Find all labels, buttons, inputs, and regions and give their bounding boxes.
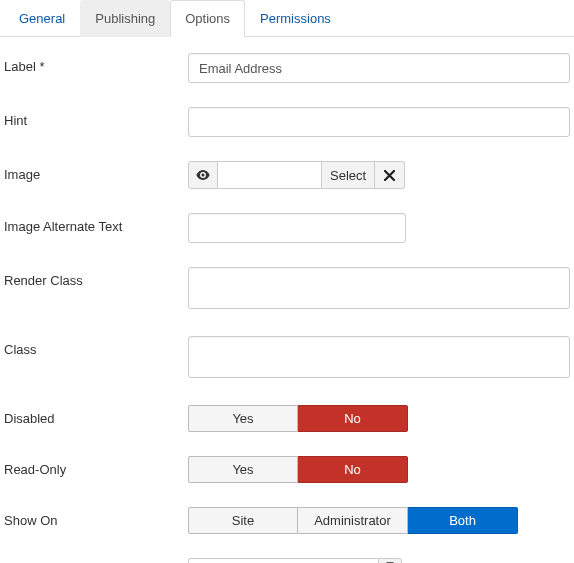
image-select-button[interactable]: Select (322, 161, 375, 189)
label-image: Image (4, 161, 188, 182)
label-render-class: Render Class (4, 267, 188, 288)
auto-display-value: Use Global (188, 558, 378, 563)
image-clear-button[interactable] (375, 161, 405, 189)
image-alt-input[interactable] (188, 213, 406, 243)
label-readonly: Read-Only (4, 456, 188, 477)
image-picker: Select (188, 161, 405, 189)
readonly-toggle: Yes No (188, 456, 408, 483)
label-showon: Show On (4, 507, 188, 528)
close-icon (384, 170, 395, 181)
disabled-yes-button[interactable]: Yes (188, 405, 298, 432)
auto-display-caret[interactable] (378, 558, 402, 563)
eye-icon[interactable] (188, 161, 218, 189)
disabled-toggle: Yes No (188, 405, 408, 432)
auto-display-select[interactable]: Use Global (188, 558, 402, 563)
image-path-display (218, 161, 322, 189)
label-class: Class (4, 336, 188, 357)
hint-input[interactable] (188, 107, 570, 137)
disabled-no-button[interactable]: No (298, 405, 408, 432)
label-auto-display: Automatic Display (4, 558, 188, 563)
tab-general[interactable]: General (4, 0, 80, 37)
label-hint: Hint (4, 107, 188, 128)
showon-site-button[interactable]: Site (188, 507, 298, 534)
tab-publishing[interactable]: Publishing (80, 0, 170, 37)
label-input[interactable] (188, 53, 570, 83)
label-disabled: Disabled (4, 405, 188, 426)
tab-permissions[interactable]: Permissions (245, 0, 346, 37)
showon-toggle: Site Administrator Both (188, 507, 518, 534)
class-input[interactable] (188, 336, 570, 378)
readonly-yes-button[interactable]: Yes (188, 456, 298, 483)
tab-options[interactable]: Options (170, 0, 245, 37)
options-form: Label * Hint Image Select (0, 37, 574, 563)
showon-admin-button[interactable]: Administrator (298, 507, 408, 534)
tab-bar: General Publishing Options Permissions (0, 0, 574, 37)
readonly-no-button[interactable]: No (298, 456, 408, 483)
render-class-input[interactable] (188, 267, 570, 309)
label-image-alt: Image Alternate Text (4, 213, 188, 234)
label-label: Label * (4, 53, 188, 74)
showon-both-button[interactable]: Both (408, 507, 518, 534)
